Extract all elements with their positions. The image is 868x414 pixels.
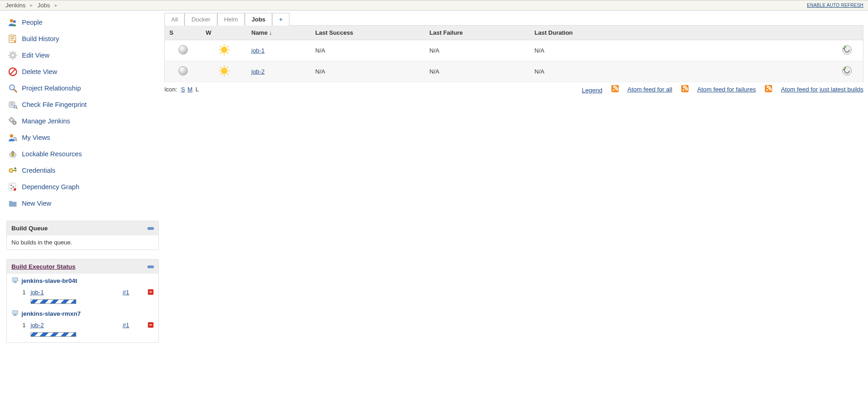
svg-line-79	[220, 74, 221, 75]
sidebar-item-label[interactable]: People	[22, 19, 42, 26]
svg-rect-27	[11, 117, 12, 118]
sidebar-item-label[interactable]: My Views	[22, 134, 50, 141]
column-header-last-success[interactable]: Last Success	[311, 26, 425, 40]
executor-row: 1 job-2 #1	[7, 321, 158, 332]
chevron-right-icon: ▸	[26, 2, 37, 8]
tab-all[interactable]: All	[164, 13, 184, 26]
enable-auto-refresh-link[interactable]: ENABLE AUTO REFRESH	[807, 3, 863, 8]
sidebar-item-label[interactable]: Lockable Resources	[22, 150, 82, 158]
icon-size-s[interactable]: S	[181, 86, 185, 93]
breadcrumbs: Jenkins ▸ Jobs ▸	[5, 2, 61, 9]
sidebar-item-project-relationship[interactable]: Project Relationship	[6, 80, 164, 96]
sidebar-item-dependency-graph[interactable]: Dependency Graph	[6, 179, 164, 195]
svg-rect-35	[11, 153, 14, 156]
sidebar-item-edit-view[interactable]: Edit View	[6, 47, 164, 64]
tab-bar: All Docker Helm Jobs +	[164, 12, 863, 25]
svg-line-80	[227, 67, 228, 68]
sidebar-item-build-history[interactable]: Build History	[6, 31, 164, 47]
stop-icon[interactable]	[147, 289, 154, 297]
executor-build-link[interactable]: #1	[123, 289, 129, 296]
job-name-link[interactable]: job-2	[252, 68, 265, 75]
executor-job-link[interactable]: job-1	[31, 289, 44, 296]
sidebar-item-label[interactable]: Build History	[22, 35, 59, 42]
svg-rect-4	[11, 38, 15, 39]
sidebar-item-new-view[interactable]: New View	[6, 195, 164, 212]
svg-rect-50	[13, 282, 17, 283]
sidebar-item-label[interactable]: New View	[22, 200, 51, 207]
sidebar-item-label[interactable]: Project Relationship	[22, 85, 81, 92]
svg-rect-29	[8, 119, 10, 120]
svg-point-89	[766, 89, 768, 91]
tab-docker[interactable]: Docker	[184, 13, 217, 26]
column-header-build	[831, 26, 863, 40]
tab-jobs[interactable]: Jobs	[245, 13, 272, 26]
column-header-last-duration[interactable]: Last Duration	[530, 26, 831, 40]
column-header-status[interactable]: S	[165, 26, 201, 40]
svg-point-58	[179, 45, 188, 54]
progress-bar	[31, 332, 76, 337]
sidebar-item-check-file-fingerprint[interactable]: Check File Fingerprint	[6, 96, 164, 113]
sidebar-item-label[interactable]: Dependency Graph	[22, 183, 79, 191]
last-success-value: N/A	[311, 61, 425, 82]
computer-icon	[11, 309, 19, 318]
atom-latest-link[interactable]: Atom feed for just latest builds	[781, 86, 863, 93]
sidebar-item-label[interactable]: Edit View	[22, 52, 49, 59]
executor-node[interactable]: jenkins-slave-rmxn7	[7, 307, 158, 321]
sidebar-item-delete-view[interactable]: Delete View	[6, 64, 164, 80]
breadcrumb-jenkins[interactable]: Jenkins	[5, 2, 26, 9]
job-name-link[interactable]: job-1	[252, 47, 265, 54]
icon-size-m[interactable]: M	[188, 86, 193, 93]
chevron-right-icon: ▸	[51, 2, 61, 8]
column-header-name[interactable]: Name ↓	[247, 26, 311, 40]
sidebar-item-credentials[interactable]: Credentials	[6, 162, 164, 179]
sidebar-item-lockable-resources[interactable]: Lockable Resources	[6, 146, 164, 162]
sidebar-item-people[interactable]: People	[6, 14, 164, 31]
legend-link[interactable]: Legend	[582, 87, 602, 94]
svg-point-59	[221, 47, 227, 53]
sidebar-item-label[interactable]: Manage Jenkins	[22, 117, 70, 125]
svg-rect-30	[14, 119, 15, 120]
collapse-icon[interactable]	[147, 265, 154, 268]
svg-point-81	[843, 66, 852, 75]
sidebar-item-label[interactable]: Delete View	[22, 68, 57, 75]
breadcrumb-jobs[interactable]: Jobs	[37, 2, 51, 9]
executor-node-name[interactable]: jenkins-slave-br04t	[21, 277, 77, 284]
svg-line-64	[220, 46, 221, 47]
main-panel: All Docker Helm Jobs + S W Name ↓ Last S…	[164, 11, 868, 343]
sidebar-item-manage-jenkins[interactable]: Manage Jenkins	[6, 113, 164, 129]
svg-line-77	[220, 67, 221, 68]
build-now-button[interactable]	[831, 40, 863, 61]
computer-icon	[11, 276, 19, 285]
rss-icon	[765, 85, 773, 94]
executor-node-name[interactable]: jenkins-slave-rmxn7	[21, 310, 81, 317]
depgraph-icon	[7, 181, 18, 192]
build-executor-header: Build Executor Status	[7, 260, 158, 274]
last-failure-value: N/A	[425, 40, 530, 61]
svg-line-22	[16, 107, 17, 109]
svg-line-33	[16, 140, 17, 141]
executor-node[interactable]: jenkins-slave-br04t	[7, 274, 158, 288]
svg-point-24	[11, 119, 12, 121]
svg-point-87	[683, 89, 684, 91]
atom-failures-link[interactable]: Atom feed for failures	[697, 86, 756, 93]
svg-rect-3	[11, 37, 15, 37]
column-header-weather[interactable]: W	[201, 26, 247, 40]
svg-point-1	[13, 20, 16, 23]
build-now-button[interactable]	[831, 61, 863, 82]
executor-build-link[interactable]: #1	[123, 322, 129, 329]
stop-icon[interactable]	[147, 322, 154, 329]
tab-helm[interactable]: Helm	[217, 13, 245, 26]
column-header-last-failure[interactable]: Last Failure	[425, 26, 530, 40]
executor-job-link[interactable]: job-2	[31, 322, 44, 329]
table-row: job-1 N/A N/A N/A	[165, 40, 863, 61]
atom-all-link[interactable]: Atom feed for all	[627, 86, 672, 93]
collapse-icon[interactable]	[147, 227, 154, 230]
pane-title-link[interactable]: Build Executor Status	[11, 263, 75, 270]
sidebar-item-label[interactable]: Credentials	[22, 167, 55, 174]
svg-rect-55	[13, 315, 17, 316]
sidebar-item-label[interactable]: Check File Fingerprint	[22, 101, 87, 108]
tab-new-view[interactable]: +	[272, 13, 289, 26]
build-queue-content: No builds in the queue.	[7, 235, 158, 249]
sidebar-item-my-views[interactable]: My Views	[6, 129, 164, 146]
executor-num: 1	[22, 289, 31, 296]
